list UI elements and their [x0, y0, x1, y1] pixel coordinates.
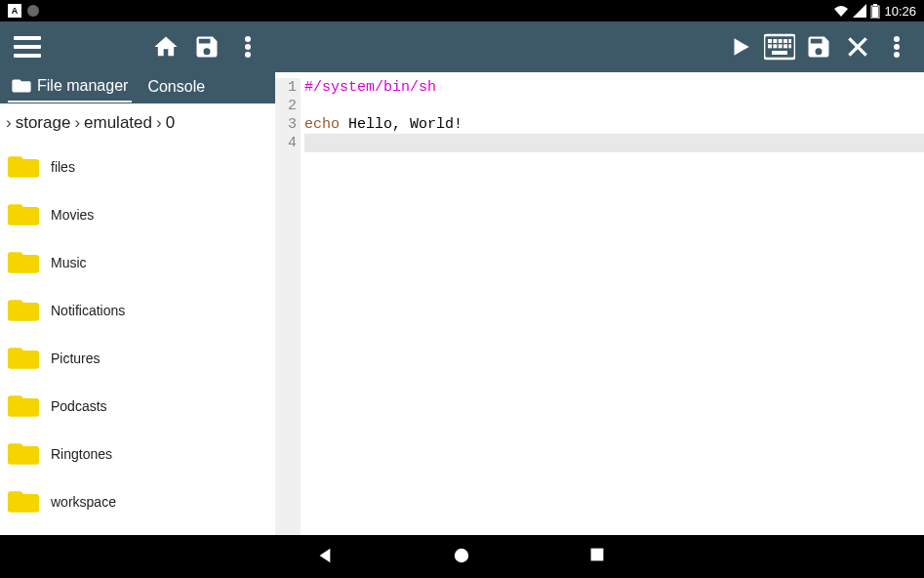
folder-icon: [8, 153, 39, 181]
left-toolbar: [0, 21, 275, 72]
save-button[interactable]: [801, 29, 836, 64]
back-button[interactable]: [316, 547, 336, 566]
tab-label: Console: [147, 78, 205, 96]
file-name: Notifications: [51, 303, 125, 318]
folder-icon: [8, 201, 39, 228]
code-line[interactable]: #/system/bin/sh: [304, 78, 924, 97]
navigation-bar: [0, 535, 924, 578]
keyboard-button[interactable]: [762, 29, 797, 64]
svg-point-3: [245, 36, 251, 42]
svg-rect-15: [783, 44, 787, 48]
svg-rect-13: [773, 44, 777, 48]
code-line[interactable]: [304, 97, 924, 115]
clock: 10:26: [884, 4, 916, 19]
file-item[interactable]: Ringtones: [0, 430, 275, 477]
line-number: 1: [275, 78, 297, 97]
file-name: Movies: [51, 207, 94, 223]
more-options-button[interactable]: [879, 29, 914, 64]
file-name: Pictures: [51, 351, 100, 366]
breadcrumb-segment[interactable]: 0: [166, 113, 175, 133]
folder-icon: [8, 297, 39, 324]
svg-point-20: [894, 52, 900, 58]
home-button[interactable]: [453, 547, 472, 566]
battery-icon: [870, 4, 880, 19]
file-item[interactable]: Pictures: [0, 334, 275, 382]
svg-rect-10: [783, 39, 787, 43]
folder-icon: [8, 345, 39, 372]
file-name: files: [51, 159, 75, 175]
code-line[interactable]: [304, 134, 924, 152]
svg-rect-11: [788, 39, 791, 43]
svg-rect-9: [779, 39, 783, 43]
tab-label: File manager: [37, 77, 128, 95]
folder-icon: [8, 440, 39, 468]
left-panel: File manager Console › storage › emulate…: [0, 21, 275, 535]
home-button[interactable]: [148, 29, 183, 64]
line-number: 3: [275, 115, 297, 134]
breadcrumb-separator: ›: [156, 113, 162, 133]
breadcrumb-segment[interactable]: emulated: [84, 113, 152, 133]
svg-rect-12: [768, 44, 772, 48]
line-gutter: 1234: [275, 78, 301, 535]
file-item[interactable]: Notifications: [0, 286, 275, 334]
svg-point-21: [454, 549, 467, 562]
svg-rect-14: [779, 44, 783, 48]
breadcrumb-separator: ›: [6, 113, 12, 133]
line-number: 4: [275, 134, 297, 152]
svg-point-19: [894, 44, 900, 50]
close-button[interactable]: [840, 29, 875, 64]
file-item[interactable]: Movies: [0, 190, 275, 238]
tabs: File manager Console: [0, 72, 275, 103]
breadcrumb-separator: ›: [74, 113, 80, 133]
svg-rect-8: [773, 39, 777, 43]
keyboard-indicator-icon: A: [8, 4, 21, 18]
svg-point-5: [245, 52, 251, 58]
run-button[interactable]: [723, 29, 758, 64]
tab-file-manager[interactable]: File manager: [8, 73, 132, 103]
breadcrumb[interactable]: › storage › emulated › 0: [0, 103, 275, 143]
file-name: Ringtones: [51, 446, 112, 462]
wifi-icon: [833, 4, 849, 18]
svg-point-4: [245, 44, 251, 50]
code-area[interactable]: #/system/bin/sh echo Hello, World!: [301, 78, 924, 535]
more-options-button[interactable]: [230, 29, 265, 64]
loading-indicator-icon: [27, 5, 39, 17]
editor-toolbar: [275, 21, 924, 72]
folder-icon: [12, 78, 31, 94]
save-button[interactable]: [189, 29, 224, 64]
breadcrumb-segment[interactable]: storage: [16, 113, 71, 133]
file-item[interactable]: files: [0, 143, 275, 190]
file-name: Music: [51, 255, 87, 270]
file-item[interactable]: Podcasts: [0, 382, 275, 430]
menu-button[interactable]: [10, 32, 45, 62]
file-item[interactable]: Music: [0, 238, 275, 286]
svg-rect-7: [768, 39, 772, 43]
folder-icon: [8, 249, 39, 276]
file-name: workspace: [51, 494, 116, 510]
folder-icon: [8, 392, 39, 420]
status-bar: A 10:26: [0, 0, 924, 21]
svg-rect-22: [590, 549, 603, 561]
signal-icon: [853, 4, 866, 18]
code-editor[interactable]: 1234 #/system/bin/sh echo Hello, World!: [275, 72, 924, 535]
tab-console[interactable]: Console: [143, 74, 209, 102]
folder-icon: [8, 488, 39, 516]
svg-rect-17: [772, 51, 787, 55]
line-number: 2: [275, 97, 297, 115]
file-name: Podcasts: [51, 398, 107, 414]
svg-rect-1: [873, 4, 877, 6]
svg-point-18: [894, 36, 900, 42]
svg-rect-16: [788, 44, 791, 48]
file-list: files Movies Music Notifications Picture…: [0, 143, 275, 535]
file-item[interactable]: workspace: [0, 477, 275, 525]
svg-rect-2: [872, 7, 878, 18]
code-line[interactable]: echo Hello, World!: [304, 115, 924, 134]
recent-apps-button[interactable]: [589, 547, 609, 566]
right-panel: 1234 #/system/bin/sh echo Hello, World!: [275, 21, 924, 535]
